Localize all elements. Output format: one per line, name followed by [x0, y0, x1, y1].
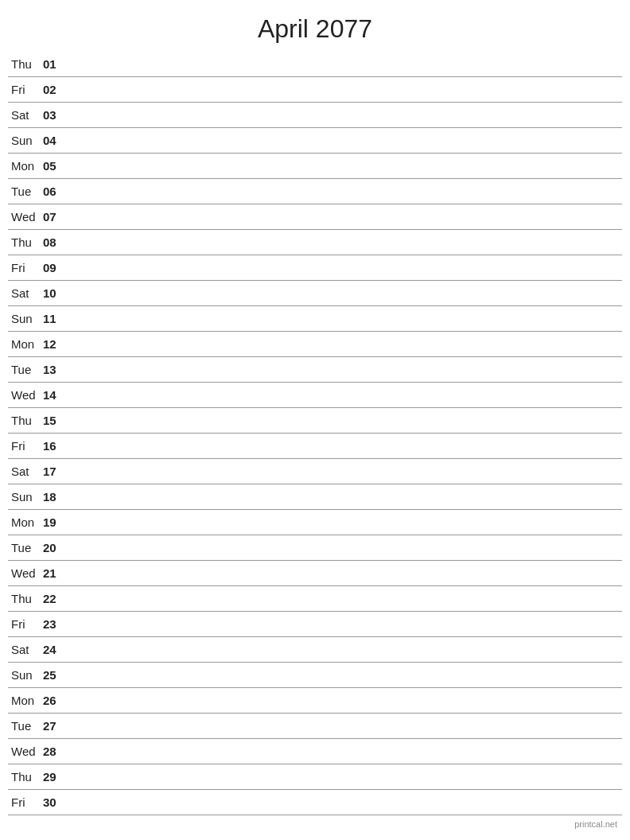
calendar-row: Fri16 — [8, 434, 622, 459]
calendar-row: Mon12 — [8, 332, 622, 357]
day-number: 03 — [43, 108, 68, 122]
calendar-row: Sun18 — [8, 484, 622, 510]
day-number: 04 — [43, 134, 68, 147]
calendar-row: Tue27 — [8, 714, 622, 739]
day-number: 18 — [43, 490, 68, 504]
day-line — [68, 471, 622, 472]
calendar-row: Sun04 — [8, 128, 622, 154]
day-line — [68, 649, 622, 650]
day-name: Thu — [8, 57, 43, 71]
day-line — [68, 115, 622, 115]
day-number: 23 — [43, 617, 68, 631]
day-name: Fri — [8, 83, 43, 96]
day-line — [68, 191, 622, 192]
day-number: 02 — [43, 83, 68, 96]
calendar-row: Thu22 — [8, 586, 622, 612]
day-number: 14 — [43, 388, 68, 402]
day-line — [68, 165, 622, 166]
day-name: Fri — [8, 795, 43, 809]
day-name: Mon — [8, 515, 43, 529]
calendar-row: Wed07 — [8, 204, 622, 230]
day-line — [68, 802, 622, 803]
day-name: Mon — [8, 337, 43, 351]
calendar-row: Thu01 — [8, 52, 622, 77]
day-line — [68, 369, 622, 370]
day-number: 27 — [43, 719, 68, 733]
day-number: 29 — [43, 770, 68, 784]
day-line — [68, 64, 622, 64]
day-line — [68, 700, 622, 701]
day-number: 19 — [43, 515, 68, 529]
day-line — [68, 624, 622, 624]
day-line — [68, 725, 622, 726]
day-name: Fri — [8, 617, 43, 631]
day-line — [68, 140, 622, 141]
day-number: 20 — [43, 541, 68, 554]
calendar-row: Sat10 — [8, 281, 622, 306]
calendar-row: Thu15 — [8, 408, 622, 434]
day-line — [68, 496, 622, 497]
day-line — [68, 573, 622, 574]
day-line — [68, 318, 622, 319]
day-line — [68, 420, 622, 421]
footer-text: printcal.net — [574, 819, 617, 829]
day-line — [68, 293, 622, 294]
calendar-row: Mon05 — [8, 154, 622, 179]
day-name: Thu — [8, 414, 43, 427]
day-number: 09 — [43, 261, 68, 274]
page-title: April 2077 — [0, 0, 630, 52]
day-line — [68, 445, 622, 446]
calendar-row: Wed21 — [8, 561, 622, 586]
day-name: Thu — [8, 235, 43, 249]
day-number: 13 — [43, 363, 68, 376]
calendar-row: Sat24 — [8, 637, 622, 663]
day-name: Mon — [8, 159, 43, 173]
day-number: 10 — [43, 286, 68, 300]
calendar-row: Tue20 — [8, 535, 622, 561]
day-number: 05 — [43, 159, 68, 173]
day-line — [68, 242, 622, 243]
day-line — [68, 267, 622, 268]
day-name: Wed — [8, 388, 43, 402]
day-name: Sat — [8, 286, 43, 300]
day-number: 16 — [43, 439, 68, 453]
day-line — [68, 216, 622, 217]
day-number: 30 — [43, 795, 68, 809]
calendar-row: Sat03 — [8, 103, 622, 128]
day-number: 11 — [43, 312, 68, 325]
day-name: Mon — [8, 694, 43, 707]
day-number: 21 — [43, 566, 68, 580]
day-line — [68, 598, 622, 599]
day-line — [68, 547, 622, 548]
calendar-row: Sun25 — [8, 663, 622, 688]
day-number: 08 — [43, 235, 68, 249]
day-name: Fri — [8, 439, 43, 453]
calendar-row: Wed28 — [8, 739, 622, 764]
day-name: Thu — [8, 770, 43, 784]
day-name: Tue — [8, 363, 43, 376]
day-line — [68, 89, 622, 90]
day-name: Wed — [8, 745, 43, 758]
day-number: 25 — [43, 668, 68, 682]
day-name: Sun — [8, 668, 43, 682]
calendar-row: Tue06 — [8, 179, 622, 204]
day-name: Sun — [8, 312, 43, 325]
calendar-row: Fri09 — [8, 255, 622, 281]
day-number: 07 — [43, 210, 68, 224]
day-name: Tue — [8, 719, 43, 733]
day-name: Thu — [8, 592, 43, 605]
day-number: 26 — [43, 694, 68, 707]
day-line — [68, 344, 622, 344]
calendar-container: Thu01Fri02Sat03Sun04Mon05Tue06Wed07Thu08… — [0, 52, 630, 815]
calendar-row: Tue13 — [8, 357, 622, 383]
calendar-row: Fri23 — [8, 612, 622, 637]
day-line — [68, 522, 622, 523]
day-name: Sun — [8, 134, 43, 147]
calendar-row: Mon26 — [8, 688, 622, 714]
day-name: Sat — [8, 643, 43, 656]
day-number: 12 — [43, 337, 68, 351]
day-number: 01 — [43, 57, 68, 71]
day-line — [68, 675, 622, 675]
day-name: Sat — [8, 465, 43, 478]
day-number: 24 — [43, 643, 68, 656]
